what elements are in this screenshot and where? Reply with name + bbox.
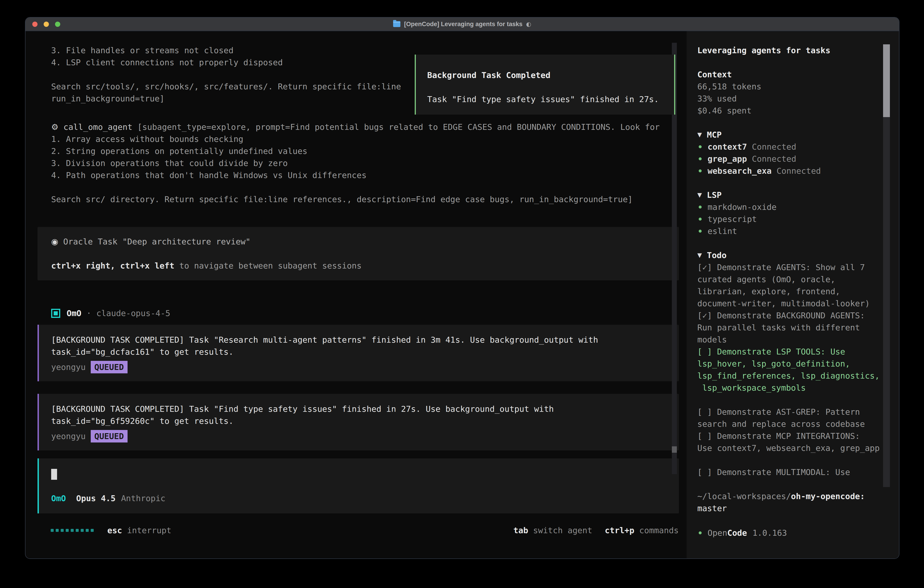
lsp-server-item: eslint [697,225,883,237]
queued-status-badge: QUEUED [91,361,127,373]
connected-dot-icon [699,169,702,172]
spinner-dot-icon [81,529,84,532]
context-heading: Context [697,68,883,81]
spinner-dot-icon [56,529,59,532]
todo-item: [✓] Demonstrate BACKGROUND AGENTS: Run p… [697,309,883,345]
tool-call-line [51,181,679,193]
mcp-server-status: Connected [747,154,796,164]
connected-dot-icon [699,206,702,208]
opencode-terminal-window: [OpenCode] Leveraging agents for tasks◐ … [25,17,899,559]
lsp-section-header[interactable]: ▼LSP [697,189,883,201]
tool-call-line: 1. Array access without bounds checking [51,133,679,145]
todo-item: [ ] Demonstrate MCP INTEGRATIONS: Use co… [697,430,883,454]
mcp-server-status: Connected [747,142,796,152]
background-task-message[interactable]: [BACKGROUND TASK COMPLETED] Task "Resear… [38,325,679,381]
chevron-down-icon: ▼ [697,249,702,261]
mcp-server-status: Connected [772,166,821,175]
mcp-server-list: context7 Connectedgrep_app Connectedwebs… [697,141,883,177]
status-dot-icon [699,531,702,534]
spinner-dots [51,529,94,532]
sidebar-scrollbar-thumb[interactable] [883,45,890,117]
session-sidebar: Leveraging agents for tasks Context 66,5… [686,31,899,558]
folder-icon [393,21,400,27]
minimize-window-button[interactable] [44,21,49,27]
message-line: [BACKGROUND TASK COMPLETED] Task "Find t… [51,403,665,415]
prompt-input[interactable]: OmO Opus 4.5 Anthropic [38,458,679,514]
mcp-server-name: context7 [708,142,747,152]
background-task-message[interactable]: [BACKGROUND TASK COMPLETED] Task "Find t… [38,394,679,451]
spinner-dot-icon [76,529,79,532]
record-circle-icon: ◉ [51,237,58,246]
window-titlebar[interactable]: [OpenCode] Leveraging agents for tasks◐ [25,18,899,31]
window-title: [OpenCode] Leveraging agents for tasks◐ [393,21,531,28]
spinner-dot-icon [91,529,94,532]
chat-scrollbar-thumb[interactable] [672,446,677,453]
subagent-navigation-hint: ctrl+x right, ctrl+x left to navigate be… [51,260,665,272]
commands-hint: ctrl+p commands [605,524,679,537]
tool-call-line: Search src/ directory. Return specific f… [51,193,679,205]
chevron-down-icon: ▼ [697,189,702,201]
text-cursor [51,469,57,480]
lsp-server-name: eslint [708,225,737,237]
mcp-section-header[interactable]: ▼MCP [697,129,883,141]
todo-item: [ ] Demonstrate LSP TOOLS: Use lsp_hover… [697,345,883,394]
mcp-server-item: websearch_exa Connected [697,165,883,177]
agent-name: OmO [67,307,81,319]
close-window-button[interactable] [32,21,38,27]
agent-header: OmO · claude-opus-4-5 [38,307,679,319]
lsp-server-item: markdown-oxide [697,201,883,213]
todo-item: [ ] Demonstrate AST-GREP: Pattern search… [697,406,883,430]
tool-call-block: ⚙ call_omo_agent [subagent_type=explore,… [38,121,679,205]
context-stats: 66,518 tokens33% used$0.46 spent [697,81,883,117]
zoom-window-button[interactable] [55,21,60,27]
message-line: task_id="bg_dcfac161" to get results. [51,346,665,358]
workspace-repo: oh-my-opencode: [791,492,865,501]
lsp-server-list: markdown-oxidetypescripteslint [697,201,883,237]
tool-call-detail-lines: 1. Array access without bounds checking2… [51,133,679,205]
lsp-server-name: typescript [708,213,757,225]
agent-model: claude-opus-4-5 [96,307,170,319]
background-task-notification[interactable]: Background Task Completed Task "Find typ… [415,55,675,115]
tool-call-head: ⚙ call_omo_agent [subagent_type=explore,… [51,121,679,133]
oracle-task-title: ◉ Oracle Task "Deep architecture review" [51,236,665,248]
message-sender: yeongyu [51,430,86,442]
message-line: task_id="bg_6f59260c" to get results. [51,415,665,427]
session-title: Leveraging agents for tasks [697,45,883,56]
context-stat-line: $0.46 spent [697,105,883,117]
notification-body: Task "Find type safety issues" finished … [427,93,663,105]
window-title-text: [OpenCode] Leveraging agents for tasks [404,21,523,28]
input-provider-name: Anthropic [121,492,165,504]
spinner-dot-icon [86,529,89,532]
workspace-branch: master [697,504,727,513]
spinner-dot-icon [66,529,69,532]
spinner-dot-icon [71,529,74,532]
spinner-dot-icon [61,529,64,532]
connected-dot-icon [699,218,702,221]
connected-dot-icon [699,145,702,148]
todo-item: [ ] Demonstrate MULTIMODAL: Use [697,466,883,478]
omo-agent-icon [51,309,60,318]
gear-icon: ⚙ [51,122,58,132]
message-line: [BACKGROUND TASK COMPLETED] Task "Resear… [51,334,665,346]
message-sender: yeongyu [51,361,86,373]
esc-hint: esc interrupt [107,524,172,537]
input-model-name: Opus 4.5 [76,492,116,504]
separator-dot: · [86,307,91,319]
half-circle-icon: ◐ [526,21,531,28]
notification-title: Background Task Completed [427,69,663,81]
tool-call-line: 3. Division operations that could divide… [51,157,679,169]
mcp-server-item: context7 Connected [697,141,883,153]
todo-item: [✓] Demonstrate AGENTS: Show all 7 curat… [697,261,883,309]
oracle-task-box[interactable]: ◉ Oracle Task "Deep architecture review"… [38,227,679,280]
mcp-server-item: grep_app Connected [697,153,883,165]
traffic-lights [32,21,60,27]
lsp-server-name: markdown-oxide [708,201,776,213]
tool-call-line: 4. Path operations that don't handle Win… [51,169,679,181]
context-stat-line: 66,518 tokens [697,81,883,92]
todo-section-header[interactable]: ▼Todo [697,249,883,261]
input-model-row: OmO Opus 4.5 Anthropic [51,492,665,504]
connected-dot-icon [699,157,702,160]
workspace-path: ~/local-workspaces/ [697,492,791,501]
status-bar: esc interrupt tab switch agent ctrl+p co… [38,524,679,537]
lsp-server-item: typescript [697,213,883,225]
